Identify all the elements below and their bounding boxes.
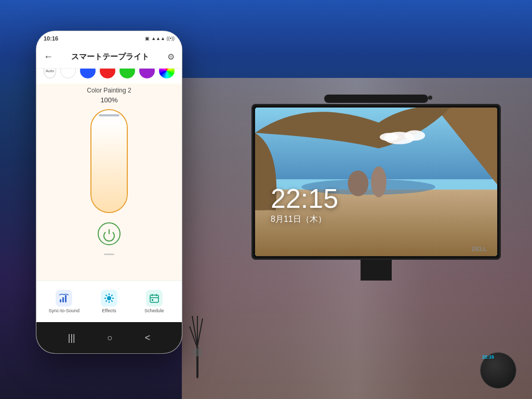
sync-icon bbox=[56, 290, 72, 307]
monitor: 22:15 8月11日（木） DELL bbox=[251, 104, 501, 260]
speaker-orb: 22:15 bbox=[480, 352, 516, 389]
webcam bbox=[428, 96, 432, 100]
nav-bar: ← スマートテープライト ⚙ bbox=[36, 46, 182, 69]
schedule-label: Schedule bbox=[144, 308, 164, 314]
effects-label: Effects bbox=[102, 308, 116, 314]
svg-line-24 bbox=[111, 300, 112, 301]
brightness-fill bbox=[91, 121, 127, 212]
tab-sync-to-sound[interactable]: Sync-to-Sound bbox=[42, 290, 87, 314]
sync-svg bbox=[59, 293, 69, 303]
bottom-tabs: Sync-to-Sound Effect bbox=[36, 281, 182, 322]
power-area bbox=[36, 217, 182, 250]
svg-rect-17 bbox=[65, 295, 66, 302]
status-time: 10:16 bbox=[44, 35, 58, 42]
monitor-clock: 22:15 8月11日（木） bbox=[271, 185, 338, 225]
nav-home-button[interactable]: ○ bbox=[107, 332, 113, 343]
diffuser-decoration bbox=[187, 316, 208, 378]
nav-menu-button[interactable]: ||| bbox=[68, 332, 75, 343]
svg-point-14 bbox=[192, 348, 203, 356]
settings-button[interactable]: ⚙ bbox=[167, 52, 175, 62]
brightness-slider[interactable] bbox=[90, 109, 128, 213]
effect-name: Color Painting 2 bbox=[36, 84, 182, 95]
phone-screen: 10:16 ▣ ▲▲▲ ((•)) ← スマートテープライト ⚙ 📍 リビング bbox=[36, 31, 182, 322]
svg-line-26 bbox=[106, 300, 107, 301]
tab-effects[interactable]: Effects bbox=[87, 290, 132, 314]
svg-point-5 bbox=[371, 166, 387, 197]
svg-point-4 bbox=[348, 170, 368, 196]
status-icons: ▣ ▲▲▲ ((•)) bbox=[145, 36, 175, 41]
monitor-time: 22:15 bbox=[271, 185, 338, 212]
svg-point-7 bbox=[405, 130, 425, 141]
speaker-clock: 22:15 bbox=[482, 354, 494, 360]
battery-icon: ▣ bbox=[145, 36, 150, 41]
schedule-svg bbox=[149, 293, 159, 303]
monitor-frame: 22:15 8月11日（木） DELL bbox=[251, 104, 501, 260]
status-bar: 10:16 ▣ ▲▲▲ ((•)) bbox=[36, 31, 182, 46]
brightness-handle bbox=[99, 114, 119, 116]
svg-line-10 bbox=[192, 316, 197, 347]
monitor-bar bbox=[324, 95, 428, 103]
svg-point-8 bbox=[380, 133, 398, 141]
wifi-icon: ((•)) bbox=[167, 36, 175, 41]
swipe-indicator bbox=[36, 250, 182, 258]
power-icon bbox=[103, 228, 115, 240]
wallpaper-svg bbox=[255, 108, 497, 256]
schedule-icon bbox=[146, 290, 163, 307]
back-button[interactable]: ← bbox=[44, 51, 53, 62]
monitor-stand bbox=[361, 260, 392, 281]
svg-line-25 bbox=[111, 295, 112, 296]
screen-wallpaper bbox=[255, 108, 497, 256]
svg-rect-31 bbox=[152, 299, 153, 301]
effects-svg bbox=[104, 293, 114, 303]
monitor-date: 8月11日（木） bbox=[271, 214, 338, 225]
svg-rect-16 bbox=[62, 297, 64, 302]
svg-line-23 bbox=[106, 295, 107, 296]
phone-body: 10:16 ▣ ▲▲▲ ((•)) ← スマートテープライト ⚙ 📍 リビング bbox=[36, 31, 182, 353]
diffuser-svg bbox=[187, 316, 208, 378]
nav-back-button[interactable]: < bbox=[145, 332, 151, 343]
signal-icon: ▲▲▲ bbox=[151, 36, 165, 41]
phone-nav-bottom: ||| ○ < bbox=[36, 322, 182, 353]
auto-label: Auto bbox=[46, 69, 54, 73]
page-title: スマートテープライト bbox=[71, 52, 149, 62]
monitor-screen: 22:15 8月11日（木） DELL bbox=[255, 108, 497, 256]
brightness-area bbox=[36, 105, 182, 217]
svg-point-18 bbox=[107, 296, 111, 300]
power-button[interactable] bbox=[98, 222, 121, 245]
sync-label: Sync-to-Sound bbox=[49, 308, 80, 314]
svg-rect-27 bbox=[150, 295, 158, 302]
dell-logo: DELL bbox=[472, 246, 487, 252]
brightness-percentage: 100% bbox=[36, 95, 182, 105]
phone: 10:16 ▣ ▲▲▲ ((•)) ← スマートテープライト ⚙ 📍 リビング bbox=[36, 31, 182, 353]
svg-line-12 bbox=[197, 318, 203, 346]
swipe-dot bbox=[104, 254, 114, 255]
effects-icon bbox=[101, 290, 117, 307]
tab-schedule[interactable]: Schedule bbox=[131, 290, 177, 314]
svg-rect-15 bbox=[60, 299, 61, 302]
